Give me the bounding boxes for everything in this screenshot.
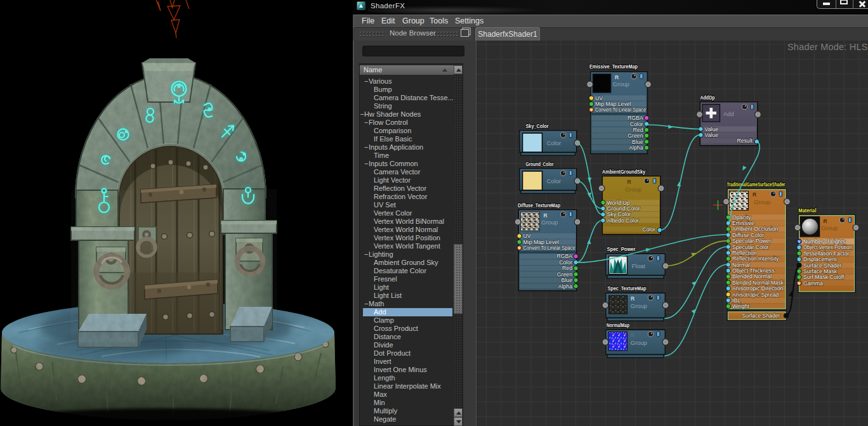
svg-text:Diffuse_TextureMap: Diffuse_TextureMap xyxy=(518,202,560,209)
svg-text:TraditionalGameSurfaceShader: TraditionalGameSurfaceShader xyxy=(727,181,786,188)
svg-text:Convert To Linear Space: Convert To Linear Space xyxy=(595,106,646,113)
svg-text:AddDp: AddDp xyxy=(700,94,715,101)
svg-text:R: R xyxy=(631,332,635,339)
svg-text:Surface Shader: Surface Shader xyxy=(742,313,780,319)
svg-text:Weight: Weight xyxy=(732,303,749,309)
svg-text:NormalMap: NormalMap xyxy=(607,322,629,328)
svg-text:R: R xyxy=(628,179,631,185)
svg-text:Convert To Linear Space: Convert To Linear Space xyxy=(523,245,575,251)
svg-text:Group: Group xyxy=(541,219,558,226)
svg-text:Spec_Power: Spec_Power xyxy=(607,246,636,252)
svg-text:Color: Color xyxy=(547,139,562,146)
svg-text:Gamma: Gamma xyxy=(803,280,823,287)
svg-text:R: R xyxy=(824,218,827,224)
svg-text:Ground_Color: Ground_Color xyxy=(526,161,554,167)
svg-text:AmbientGroundSky: AmbientGroundSky xyxy=(602,169,645,175)
svg-text:Value: Value xyxy=(705,132,719,138)
svg-text:RGBA: RGBA xyxy=(556,253,572,259)
svg-text:Group: Group xyxy=(631,339,647,346)
svg-text:R: R xyxy=(544,212,548,219)
svg-text:V: V xyxy=(798,281,801,285)
svg-text:Spec_TextureMap: Spec_TextureMap xyxy=(608,285,647,292)
svg-text:V: V xyxy=(518,246,521,250)
svg-text:Group: Group xyxy=(821,224,838,231)
svg-text:Result: Result xyxy=(737,138,753,144)
svg-text:Add: Add xyxy=(723,110,734,117)
svg-text:Blue: Blue xyxy=(632,139,643,145)
svg-text:R: R xyxy=(753,191,756,198)
svg-text:Float: Float xyxy=(632,262,645,269)
svg-text:R: R xyxy=(615,74,619,81)
svg-text:Material: Material xyxy=(799,207,817,214)
svg-text:Green: Green xyxy=(628,132,643,139)
svg-text:Sky_Color: Sky_Color xyxy=(526,123,549,129)
svg-text:Color: Color xyxy=(630,121,643,127)
svg-text:Albedo Color: Albedo Color xyxy=(607,217,639,224)
svg-text:Alpha: Alpha xyxy=(558,283,572,290)
svg-text:Emissive_TextureMap: Emissive_TextureMap xyxy=(589,63,638,70)
svg-text:Group: Group xyxy=(613,81,629,87)
svg-text:V: V xyxy=(798,240,801,243)
svg-text:R: R xyxy=(631,295,635,302)
svg-text:Color: Color xyxy=(642,226,655,233)
svg-text:Group: Group xyxy=(625,186,641,193)
svg-text:Color: Color xyxy=(547,178,562,184)
svg-text:V: V xyxy=(590,108,593,112)
svg-text:Alpha: Alpha xyxy=(629,145,643,151)
svg-text:Group: Group xyxy=(631,302,647,309)
svg-text:Group: Group xyxy=(754,198,770,205)
